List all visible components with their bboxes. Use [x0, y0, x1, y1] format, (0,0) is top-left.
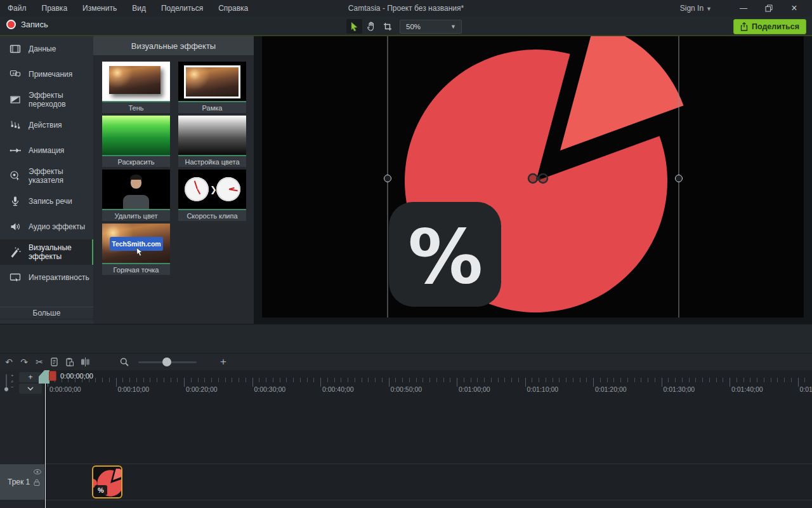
paste-button[interactable]	[62, 355, 77, 369]
track-lock-icon[interactable]	[34, 479, 40, 486]
timeline-gutter: +⌕− + Трек 1	[0, 370, 44, 508]
restore-button[interactable]	[756, 0, 782, 17]
svg-text:a: a	[13, 71, 15, 75]
sidebar-more-button[interactable]: Больше	[0, 307, 93, 319]
ruler-tick	[702, 378, 703, 382]
effect-tile-clipspeed[interactable]: ❯Скорость клипа	[178, 170, 246, 221]
ruler-tick	[95, 378, 96, 382]
ruler-tick	[204, 378, 205, 382]
select-tool-button[interactable]	[346, 19, 362, 34]
visual-effects-icon	[9, 246, 22, 258]
menu-item[interactable]: Поделиться	[161, 4, 203, 13]
effect-tile-removecolor[interactable]: Удалить цвет	[102, 170, 170, 221]
undo-button[interactable]: ↶	[1, 355, 16, 369]
timeline-zoom-button[interactable]	[117, 355, 132, 369]
timeline-clip[interactable]: %	[92, 465, 122, 498]
minimize-button[interactable]: —	[731, 0, 756, 17]
menu-item[interactable]: Файл	[8, 4, 27, 13]
sidebar-item-animations[interactable]: Анимация	[0, 138, 93, 163]
close-button[interactable]: ×	[782, 0, 807, 17]
ruler-tick	[518, 378, 519, 382]
chevron-down-icon: ▼	[450, 23, 461, 30]
selection-right-handle[interactable]	[676, 175, 683, 182]
ruler-tick	[409, 378, 410, 382]
menu-item[interactable]: Справка	[218, 4, 248, 13]
ruler-tick	[627, 378, 628, 382]
canvas-stage[interactable]: %	[262, 36, 804, 318]
ruler-time-label: 0:00:50;00	[391, 385, 422, 393]
split-button[interactable]	[77, 355, 93, 369]
crop-icon	[383, 22, 392, 31]
ruler-tick	[723, 378, 723, 382]
sidebar-item-annotations[interactable]: aПримечания	[0, 62, 93, 87]
camtasia-window: ФайлПравкаИзменитьВидПоделитьсяСправка C…	[0, 0, 812, 508]
track-divider	[44, 500, 812, 500]
ruler-tick	[607, 378, 608, 382]
effect-tile-coloradjust[interactable]: Настройка цвета	[178, 116, 246, 167]
collapse-tracks-button[interactable]	[19, 384, 42, 394]
effect-tile-frame[interactable]: Рамка	[178, 62, 246, 113]
track-divider	[44, 464, 812, 464]
audio-effects-icon	[9, 220, 22, 233]
record-label: Запись	[21, 20, 48, 29]
effects-panel: Визуальные эффекты ТеньРамкаРаскраситьНа…	[93, 36, 254, 324]
track-header[interactable]: Трек 1	[0, 464, 44, 500]
menu-item[interactable]: Изменить	[82, 4, 117, 13]
ruler-tick	[784, 378, 785, 382]
ruler-tick	[457, 378, 457, 387]
sidebar-item-audio-effects[interactable]: Аудио эффекты	[0, 214, 93, 239]
ruler-tick	[198, 378, 199, 382]
menu-item[interactable]: Вид	[132, 4, 146, 13]
animations-icon	[9, 144, 22, 157]
canvas-zoom-dropdown[interactable]: 50% ▼	[400, 20, 462, 34]
annotations-icon: a	[9, 68, 22, 81]
timeline-tracks-area[interactable]: 0:00:00;000:00:10;000:00:20;000:00:30;00…	[44, 370, 812, 508]
ruler-tick	[477, 378, 478, 382]
rotation-handle[interactable]	[528, 174, 537, 183]
sidebar-item-interactivity[interactable]: Интерактивность	[0, 265, 93, 290]
timeline-zoom-handle[interactable]	[162, 358, 171, 366]
center-anchor-handle[interactable]	[539, 174, 547, 183]
effect-tile-label: Тень	[102, 102, 170, 113]
track-height-handle[interactable]	[4, 387, 8, 391]
selection-left-handle[interactable]	[384, 175, 391, 182]
timeline-zoom-in-button[interactable]: +	[216, 355, 231, 369]
crop-tool-button[interactable]	[379, 19, 395, 34]
effect-tile-label: Настройка цвета	[178, 156, 246, 167]
effect-tile-label: Скорость клипа	[178, 210, 246, 221]
ruler-tick	[757, 378, 757, 382]
playhead-marker[interactable]	[49, 371, 56, 381]
ruler-tick	[416, 378, 417, 382]
track-zoom-mini[interactable]: +⌕−	[11, 373, 14, 390]
redo-button[interactable]: ↷	[16, 355, 32, 369]
effect-tile-shadow[interactable]: Тень	[102, 62, 170, 113]
ruler-tick	[259, 378, 259, 382]
effect-tile-label: Раскрасить	[102, 156, 170, 167]
track-visibility-eye-icon[interactable]	[34, 469, 41, 474]
pan-tool-button[interactable]	[363, 19, 379, 34]
ruler-time-label: 0:01:10;00	[527, 385, 559, 393]
ruler-time-label: 0:01:00;00	[459, 385, 490, 393]
effect-tile-colorize[interactable]: Раскрасить	[102, 116, 170, 167]
sidebar-item-voice-narration[interactable]: Запись речи	[0, 189, 93, 214]
playhead-line[interactable]	[45, 370, 46, 508]
playhead-in-marker[interactable]	[39, 370, 49, 384]
menu-item[interactable]: Правка	[42, 4, 68, 13]
sidebar-item-behaviors[interactable]: Действия	[0, 112, 93, 138]
pie-chart-media[interactable]: %	[262, 36, 804, 318]
sidebar-item-cursor-effects[interactable]: Эффекты указателя	[0, 163, 93, 189]
ruler-tick	[566, 378, 566, 382]
sidebar-item-visual-effects[interactable]: Визуальные эффекты	[0, 239, 93, 265]
pie-pulled-slice[interactable]	[560, 36, 684, 150]
sign-in-button[interactable]: Sign In▼	[680, 4, 712, 13]
ruler-tick	[634, 378, 635, 382]
share-button[interactable]: Поделиться	[733, 19, 806, 34]
ruler-tick	[293, 378, 294, 382]
split-icon	[81, 358, 90, 366]
cut-button[interactable]: ✂	[32, 355, 47, 369]
sidebar-item-media[interactable]: Данные	[0, 36, 93, 62]
sidebar-item-transitions[interactable]: Эффекты переходов	[0, 87, 93, 112]
effect-thumbnail	[178, 62, 246, 102]
record-button[interactable]: Запись	[6, 20, 48, 29]
copy-button[interactable]	[47, 355, 62, 369]
